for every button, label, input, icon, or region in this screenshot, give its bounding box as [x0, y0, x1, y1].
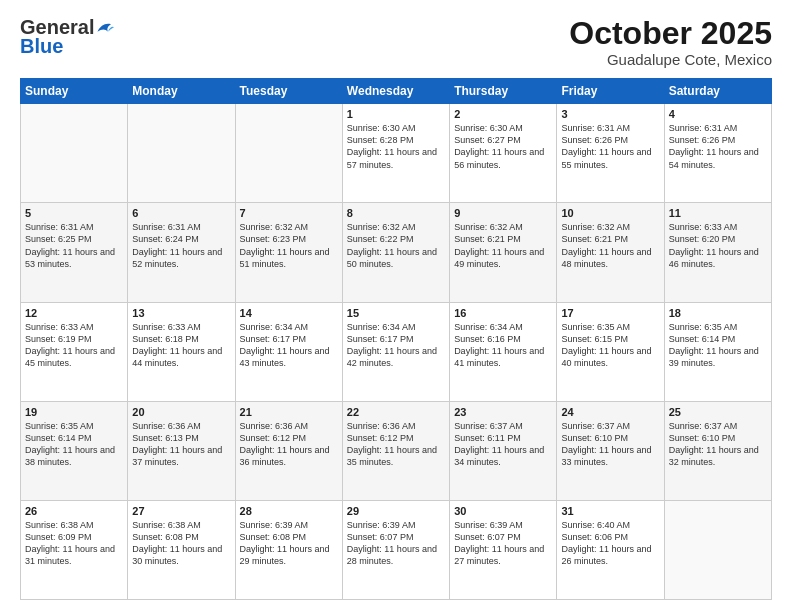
day-number: 11	[669, 207, 767, 219]
table-row: 9Sunrise: 6:32 AMSunset: 6:21 PMDaylight…	[450, 203, 557, 302]
day-number: 13	[132, 307, 230, 319]
day-info: Sunrise: 6:37 AMSunset: 6:11 PMDaylight:…	[454, 420, 552, 469]
day-info: Sunrise: 6:33 AMSunset: 6:19 PMDaylight:…	[25, 321, 123, 370]
table-row: 4Sunrise: 6:31 AMSunset: 6:26 PMDaylight…	[664, 104, 771, 203]
day-number: 2	[454, 108, 552, 120]
day-number: 30	[454, 505, 552, 517]
day-number: 15	[347, 307, 445, 319]
table-row: 31Sunrise: 6:40 AMSunset: 6:06 PMDayligh…	[557, 500, 664, 599]
day-info: Sunrise: 6:32 AMSunset: 6:21 PMDaylight:…	[561, 221, 659, 270]
day-number: 6	[132, 207, 230, 219]
day-info: Sunrise: 6:38 AMSunset: 6:09 PMDaylight:…	[25, 519, 123, 568]
day-info: Sunrise: 6:39 AMSunset: 6:07 PMDaylight:…	[347, 519, 445, 568]
col-friday: Friday	[557, 79, 664, 104]
day-info: Sunrise: 6:30 AMSunset: 6:27 PMDaylight:…	[454, 122, 552, 171]
day-number: 19	[25, 406, 123, 418]
day-number: 1	[347, 108, 445, 120]
header: General Blue October 2025 Guadalupe Cote…	[20, 16, 772, 68]
table-row: 22Sunrise: 6:36 AMSunset: 6:12 PMDayligh…	[342, 401, 449, 500]
table-row: 30Sunrise: 6:39 AMSunset: 6:07 PMDayligh…	[450, 500, 557, 599]
calendar-week-row: 12Sunrise: 6:33 AMSunset: 6:19 PMDayligh…	[21, 302, 772, 401]
table-row	[21, 104, 128, 203]
day-info: Sunrise: 6:36 AMSunset: 6:12 PMDaylight:…	[240, 420, 338, 469]
table-row: 24Sunrise: 6:37 AMSunset: 6:10 PMDayligh…	[557, 401, 664, 500]
table-row: 10Sunrise: 6:32 AMSunset: 6:21 PMDayligh…	[557, 203, 664, 302]
day-info: Sunrise: 6:37 AMSunset: 6:10 PMDaylight:…	[561, 420, 659, 469]
day-number: 4	[669, 108, 767, 120]
day-info: Sunrise: 6:40 AMSunset: 6:06 PMDaylight:…	[561, 519, 659, 568]
table-row: 5Sunrise: 6:31 AMSunset: 6:25 PMDaylight…	[21, 203, 128, 302]
calendar-week-row: 26Sunrise: 6:38 AMSunset: 6:09 PMDayligh…	[21, 500, 772, 599]
table-row	[235, 104, 342, 203]
table-row: 19Sunrise: 6:35 AMSunset: 6:14 PMDayligh…	[21, 401, 128, 500]
day-number: 27	[132, 505, 230, 517]
day-number: 18	[669, 307, 767, 319]
day-info: Sunrise: 6:32 AMSunset: 6:23 PMDaylight:…	[240, 221, 338, 270]
day-number: 14	[240, 307, 338, 319]
table-row	[128, 104, 235, 203]
day-info: Sunrise: 6:35 AMSunset: 6:15 PMDaylight:…	[561, 321, 659, 370]
day-info: Sunrise: 6:39 AMSunset: 6:08 PMDaylight:…	[240, 519, 338, 568]
title-section: October 2025 Guadalupe Cote, Mexico	[569, 16, 772, 68]
table-row: 11Sunrise: 6:33 AMSunset: 6:20 PMDayligh…	[664, 203, 771, 302]
table-row: 16Sunrise: 6:34 AMSunset: 6:16 PMDayligh…	[450, 302, 557, 401]
table-row: 8Sunrise: 6:32 AMSunset: 6:22 PMDaylight…	[342, 203, 449, 302]
calendar-header-row: Sunday Monday Tuesday Wednesday Thursday…	[21, 79, 772, 104]
logo-bird-icon	[96, 21, 114, 35]
day-info: Sunrise: 6:32 AMSunset: 6:21 PMDaylight:…	[454, 221, 552, 270]
table-row: 27Sunrise: 6:38 AMSunset: 6:08 PMDayligh…	[128, 500, 235, 599]
day-info: Sunrise: 6:37 AMSunset: 6:10 PMDaylight:…	[669, 420, 767, 469]
table-row: 7Sunrise: 6:32 AMSunset: 6:23 PMDaylight…	[235, 203, 342, 302]
day-info: Sunrise: 6:36 AMSunset: 6:13 PMDaylight:…	[132, 420, 230, 469]
day-number: 25	[669, 406, 767, 418]
table-row: 3Sunrise: 6:31 AMSunset: 6:26 PMDaylight…	[557, 104, 664, 203]
table-row: 26Sunrise: 6:38 AMSunset: 6:09 PMDayligh…	[21, 500, 128, 599]
table-row	[664, 500, 771, 599]
day-info: Sunrise: 6:33 AMSunset: 6:20 PMDaylight:…	[669, 221, 767, 270]
table-row: 28Sunrise: 6:39 AMSunset: 6:08 PMDayligh…	[235, 500, 342, 599]
day-number: 12	[25, 307, 123, 319]
table-row: 2Sunrise: 6:30 AMSunset: 6:27 PMDaylight…	[450, 104, 557, 203]
col-wednesday: Wednesday	[342, 79, 449, 104]
day-number: 21	[240, 406, 338, 418]
day-number: 31	[561, 505, 659, 517]
day-number: 7	[240, 207, 338, 219]
calendar-week-row: 5Sunrise: 6:31 AMSunset: 6:25 PMDaylight…	[21, 203, 772, 302]
table-row: 1Sunrise: 6:30 AMSunset: 6:28 PMDaylight…	[342, 104, 449, 203]
day-info: Sunrise: 6:33 AMSunset: 6:18 PMDaylight:…	[132, 321, 230, 370]
day-info: Sunrise: 6:30 AMSunset: 6:28 PMDaylight:…	[347, 122, 445, 171]
table-row: 29Sunrise: 6:39 AMSunset: 6:07 PMDayligh…	[342, 500, 449, 599]
table-row: 14Sunrise: 6:34 AMSunset: 6:17 PMDayligh…	[235, 302, 342, 401]
day-number: 26	[25, 505, 123, 517]
table-row: 13Sunrise: 6:33 AMSunset: 6:18 PMDayligh…	[128, 302, 235, 401]
table-row: 6Sunrise: 6:31 AMSunset: 6:24 PMDaylight…	[128, 203, 235, 302]
day-number: 20	[132, 406, 230, 418]
day-number: 28	[240, 505, 338, 517]
table-row: 15Sunrise: 6:34 AMSunset: 6:17 PMDayligh…	[342, 302, 449, 401]
day-info: Sunrise: 6:34 AMSunset: 6:17 PMDaylight:…	[347, 321, 445, 370]
day-info: Sunrise: 6:31 AMSunset: 6:26 PMDaylight:…	[561, 122, 659, 171]
table-row: 12Sunrise: 6:33 AMSunset: 6:19 PMDayligh…	[21, 302, 128, 401]
table-row: 23Sunrise: 6:37 AMSunset: 6:11 PMDayligh…	[450, 401, 557, 500]
logo-blue-text: Blue	[20, 35, 63, 58]
logo: General Blue	[20, 16, 114, 58]
table-row: 20Sunrise: 6:36 AMSunset: 6:13 PMDayligh…	[128, 401, 235, 500]
calendar-week-row: 1Sunrise: 6:30 AMSunset: 6:28 PMDaylight…	[21, 104, 772, 203]
calendar-table: Sunday Monday Tuesday Wednesday Thursday…	[20, 78, 772, 600]
day-number: 23	[454, 406, 552, 418]
page-subtitle: Guadalupe Cote, Mexico	[569, 51, 772, 68]
day-info: Sunrise: 6:35 AMSunset: 6:14 PMDaylight:…	[669, 321, 767, 370]
col-saturday: Saturday	[664, 79, 771, 104]
day-info: Sunrise: 6:38 AMSunset: 6:08 PMDaylight:…	[132, 519, 230, 568]
day-info: Sunrise: 6:35 AMSunset: 6:14 PMDaylight:…	[25, 420, 123, 469]
page-title: October 2025	[569, 16, 772, 51]
day-number: 16	[454, 307, 552, 319]
day-number: 22	[347, 406, 445, 418]
col-sunday: Sunday	[21, 79, 128, 104]
table-row: 25Sunrise: 6:37 AMSunset: 6:10 PMDayligh…	[664, 401, 771, 500]
day-info: Sunrise: 6:31 AMSunset: 6:24 PMDaylight:…	[132, 221, 230, 270]
day-number: 24	[561, 406, 659, 418]
day-info: Sunrise: 6:36 AMSunset: 6:12 PMDaylight:…	[347, 420, 445, 469]
table-row: 18Sunrise: 6:35 AMSunset: 6:14 PMDayligh…	[664, 302, 771, 401]
day-number: 10	[561, 207, 659, 219]
